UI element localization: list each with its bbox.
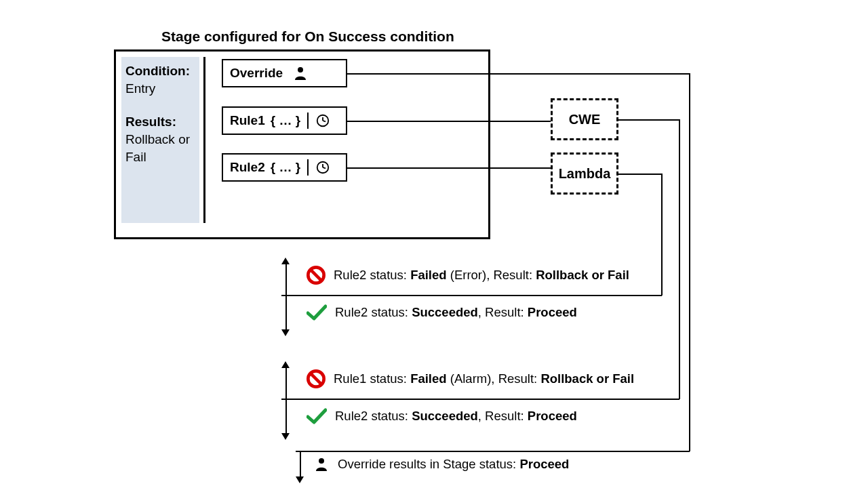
condition-value: Entry [125,80,195,98]
rule2-name: Rule2 [230,160,265,175]
side-panel: Condition: Entry Results: Rollback or Fa… [121,57,199,223]
result2-pass: Rule2 status: Succeeded, Result: Proceed [307,407,577,425]
condition-label: Condition: [125,62,195,80]
person-icon [313,456,330,472]
lambda-box: Lambda [551,152,618,195]
conn-lambda-join [281,295,662,296]
result1-pass-text: Rule2 status: Succeeded, Result: Proceed [335,305,577,320]
result1-range [285,263,287,331]
result2-arrow-down [281,433,290,440]
conn-override [347,73,690,75]
results-value: Rollback or Fail [125,131,195,165]
conn-rule2-lambda [347,167,551,169]
override-result: Override results in Stage status: Procee… [313,456,569,472]
results-label: Results: [125,113,195,131]
override-arrow-down [296,476,304,483]
override-arrow-line [300,451,301,478]
cwe-label: CWE [569,112,601,127]
override-box: Override [222,59,347,87]
rule1-body: { … } [271,113,300,128]
check-icon [307,304,327,321]
svg-point-11 [319,458,324,464]
svg-line-6 [323,167,326,168]
result1-pass: Rule2 status: Succeeded, Result: Proceed [307,304,577,321]
override-result-text: Override results in Stage status: Procee… [338,457,569,472]
side-divider [203,57,205,223]
person-icon [292,65,309,81]
cwe-box: CWE [551,98,618,140]
result1-fail: Rule2 status: Failed (Error), Result: Ro… [307,266,629,285]
result2-fail-text: Rule1 status: Failed (Alarm), Result: Ro… [334,371,634,386]
no-icon [307,266,326,285]
conn-override-down [689,73,690,451]
check-icon [307,407,327,425]
diagram-title: Stage configured for On Success conditio… [161,28,454,45]
result1-arrow-up [281,258,290,264]
conn-lambda-down [661,174,663,296]
rule2-box: Rule2 { … } [222,153,347,182]
rule1-box: Rule1 { … } [222,106,347,135]
result2-fail: Rule1 status: Failed (Alarm), Result: Ro… [307,369,634,388]
override-label: Override [230,66,283,81]
svg-line-3 [323,121,326,121]
svg-line-10 [311,373,321,384]
svg-point-0 [298,67,303,73]
lambda-label: Lambda [559,166,611,182]
conn-cwe-down [679,119,680,399]
rule2-body: { … } [271,160,300,175]
svg-line-8 [311,270,321,280]
rule1-sep [307,113,309,129]
conn-override-join [296,451,690,452]
no-icon [307,369,326,388]
conn-cwe-right [618,119,679,121]
result1-fail-text: Rule2 status: Failed (Error), Result: Ro… [334,268,629,283]
conn-cwe-join [281,399,679,400]
conn-lambda-right [618,174,662,175]
conn-rule1-cwe [347,121,551,122]
rule1-name: Rule1 [230,113,265,128]
clock-icon [315,113,330,128]
clock-icon [315,160,330,175]
result2-pass-text: Rule2 status: Succeeded, Result: Proceed [335,409,577,424]
result2-arrow-up [281,361,290,368]
rule2-sep [307,159,309,176]
result1-arrow-down [281,329,290,336]
result2-range [285,367,287,434]
